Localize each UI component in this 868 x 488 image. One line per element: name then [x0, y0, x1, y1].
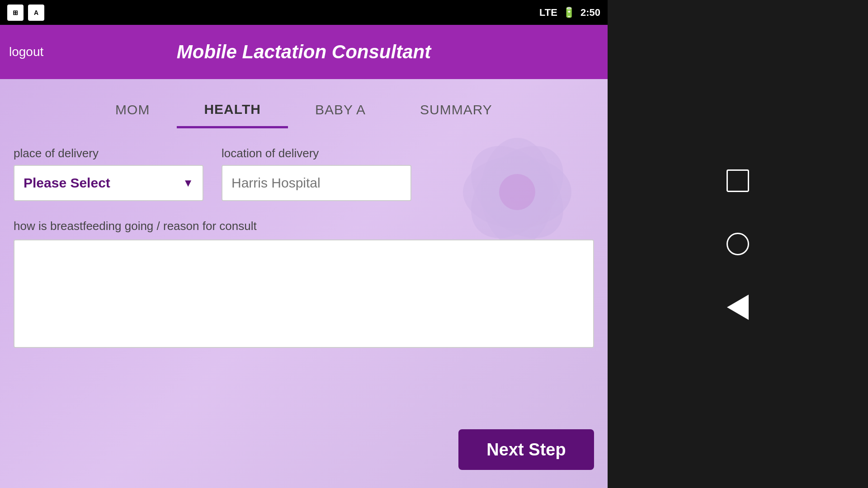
place-of-delivery-group: place of delivery Please Select ▼ [14, 146, 203, 201]
location-of-delivery-label: location of delivery [222, 146, 411, 160]
content-area: MOM HEALTH BABY A SUMMARY place of deliv… [0, 79, 608, 488]
tab-summary[interactable]: SUMMARY [393, 93, 519, 128]
location-of-delivery-input[interactable] [222, 165, 411, 201]
status-bar: ⊞ A LTE 🔋 2:50 [0, 0, 608, 25]
nav-square-button[interactable] [724, 167, 751, 194]
breastfeeding-textarea[interactable] [14, 239, 594, 348]
place-of-delivery-label: place of delivery [14, 146, 203, 160]
place-of-delivery-value: Please Select [24, 175, 110, 191]
grid-icon: ⊞ [7, 5, 24, 21]
nav-home-button[interactable] [724, 230, 751, 258]
form-area: place of delivery Please Select ▼ locati… [14, 146, 594, 350]
status-bar-left: ⊞ A [7, 5, 44, 21]
logout-button[interactable]: logout [9, 45, 43, 59]
triangle-icon [727, 295, 749, 320]
tab-bar: MOM HEALTH BABY A SUMMARY [14, 79, 594, 128]
nav-back-button[interactable] [724, 294, 751, 321]
place-of-delivery-dropdown[interactable]: Please Select ▼ [14, 165, 203, 201]
breastfeeding-section: how is breastfeeding going / reason for … [14, 219, 594, 350]
delivery-row: place of delivery Please Select ▼ locati… [14, 146, 594, 201]
breastfeeding-label: how is breastfeeding going / reason for … [14, 219, 594, 233]
tab-baby-a[interactable]: BABY A [288, 93, 393, 128]
next-step-button[interactable]: Next Step [458, 429, 594, 470]
app-container: ⊞ A LTE 🔋 2:50 logout Mobile Lactation C… [0, 0, 608, 488]
battery-icon: 🔋 [563, 7, 575, 19]
tab-mom[interactable]: MOM [88, 93, 177, 128]
network-label: LTE [539, 7, 557, 19]
time-label: 2:50 [580, 7, 600, 19]
tab-health[interactable]: HEALTH [177, 93, 288, 128]
app-header: logout Mobile Lactation Consultant [0, 25, 608, 79]
app-title: Mobile Lactation Consultant [177, 41, 431, 63]
location-of-delivery-group: location of delivery [222, 146, 411, 201]
dropdown-arrow-icon: ▼ [183, 177, 193, 189]
status-bar-right: LTE 🔋 2:50 [539, 7, 600, 19]
a-icon: A [28, 5, 44, 21]
circle-icon [726, 233, 749, 255]
android-nav-bar [608, 0, 868, 488]
square-icon [726, 169, 749, 192]
